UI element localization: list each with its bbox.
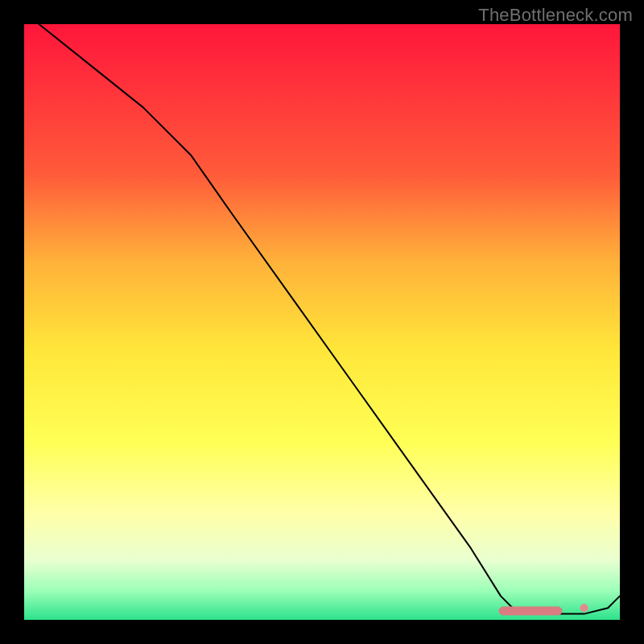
chart-svg bbox=[24, 24, 620, 620]
watermark-text: TheBottleneck.com bbox=[478, 5, 633, 26]
plot-area bbox=[24, 24, 620, 620]
highlight-pill-marker bbox=[499, 607, 562, 615]
bottleneck-curve bbox=[24, 12, 620, 613]
highlight-dot-marker bbox=[580, 604, 588, 612]
chart-frame: TheBottleneck.com bbox=[0, 0, 644, 644]
